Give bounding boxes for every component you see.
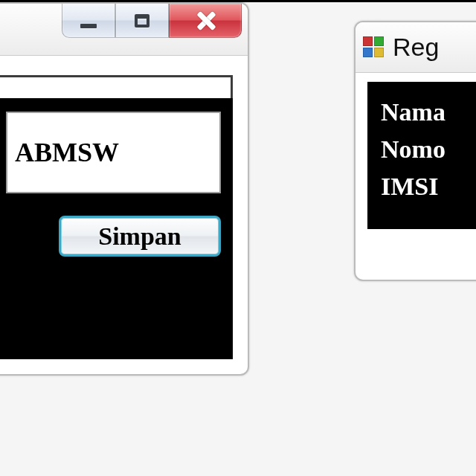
minimize-button[interactable] <box>62 4 115 38</box>
close-button[interactable] <box>169 4 242 38</box>
save-button-label: Simpan <box>98 222 181 251</box>
inner-panel-left: ABMSW Simpan <box>0 98 233 359</box>
label-nama: Nama <box>381 98 476 126</box>
save-button[interactable]: Simpan <box>59 216 221 257</box>
inner-panel-right: Nama Nomo IMSI <box>367 82 476 229</box>
window-right: Reg Nama Nomo IMSI <box>354 21 476 281</box>
titlebar-right: Reg <box>356 22 476 73</box>
titlebar-left <box>0 4 248 56</box>
code-input-value: ABMSW <box>15 137 119 168</box>
maximize-icon <box>135 14 149 28</box>
app-icon <box>363 36 385 59</box>
minimize-icon <box>80 24 97 28</box>
window-left: ABMSW Simpan <box>0 2 249 376</box>
caption-buttons <box>62 4 242 38</box>
label-imsi: IMSI <box>381 173 476 201</box>
client-area-left: ABMSW Simpan <box>0 75 233 359</box>
code-input[interactable]: ABMSW <box>6 112 221 193</box>
maximize-button[interactable] <box>115 4 169 38</box>
close-icon <box>195 10 216 31</box>
window-title-right: Reg <box>393 33 439 62</box>
label-nomor: Nomo <box>381 135 476 164</box>
